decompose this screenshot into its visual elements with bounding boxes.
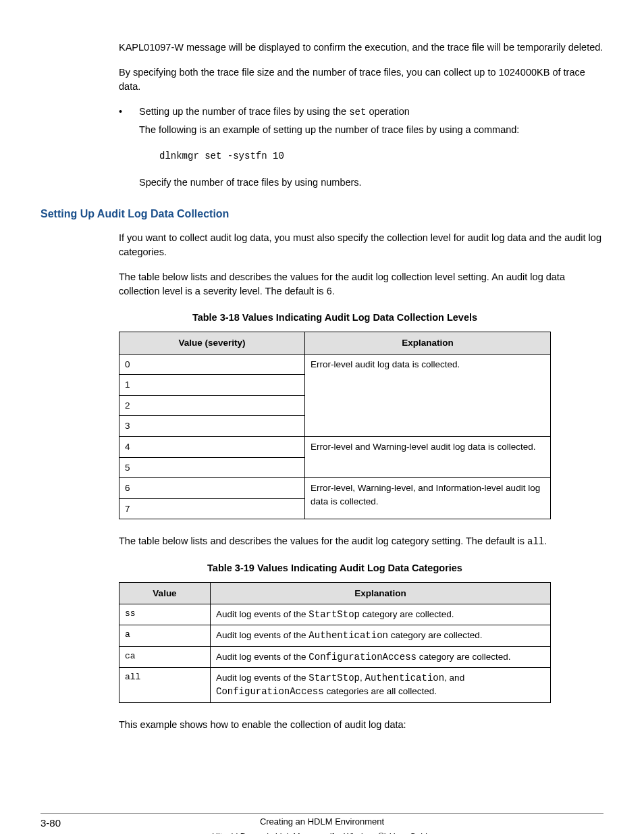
- table-header: Value: [119, 582, 211, 604]
- inline-code: ConfigurationAccess: [216, 686, 324, 697]
- text: category are collected.: [360, 609, 454, 619]
- table-cell: 2: [119, 395, 305, 416]
- page-footer: 3-80 Creating an HDLM Environment Hitach…: [41, 813, 603, 834]
- paragraph: KAPL01097-W message will be displayed to…: [119, 41, 603, 55]
- inline-code: Authentication: [365, 673, 444, 683]
- table-caption: Table 3-19 Values Indicating Audit Log D…: [119, 561, 551, 575]
- table-cell: 1: [119, 375, 305, 396]
- table-cell: Audit log events of the StartStop catego…: [211, 604, 551, 625]
- table-cell: a: [119, 625, 211, 646]
- table-cell: Audit log events of the StartStop, Authe…: [211, 668, 551, 703]
- inline-code: ConfigurationAccess: [308, 652, 417, 662]
- text: Audit log events of the: [216, 652, 308, 662]
- text: categories are all collected.: [324, 686, 437, 696]
- table-row: ss Audit log events of the StartStop cat…: [119, 604, 551, 625]
- bullet-line: Specify the number of trace files by usi…: [139, 176, 603, 190]
- table-header: Explanation: [305, 332, 551, 355]
- paragraph: By specifying both the trace file size a…: [119, 66, 603, 94]
- text: category are collected.: [417, 652, 511, 662]
- table-caption: Table 3-18 Values Indicating Audit Log D…: [119, 311, 551, 325]
- table-cell: 6: [119, 478, 305, 499]
- page-number: 3-80: [41, 816, 61, 831]
- section-heading: Setting Up Audit Log Data Collection: [41, 206, 603, 221]
- footer-title: Creating an HDLM Environment: [41, 816, 603, 829]
- text: , and: [444, 673, 464, 683]
- table-cell: Error-level audit log data is collected.: [305, 354, 551, 436]
- inline-code: StartStop: [308, 609, 360, 620]
- table-row: 6 Error-level, Warning-level, and Inform…: [119, 478, 551, 499]
- table-cell: ca: [119, 646, 211, 667]
- text: Audit log events of the: [216, 630, 308, 640]
- table-cell: ss: [119, 604, 211, 625]
- code-block: dlnkmgr set -systfn 10: [159, 149, 603, 163]
- table-cell: 7: [119, 498, 305, 519]
- text: .: [544, 536, 547, 546]
- text: operation: [366, 106, 410, 117]
- table-row: all Audit log events of the StartStop, A…: [119, 668, 551, 703]
- bullet-line: The following is an example of setting u…: [139, 123, 603, 137]
- table-header: Explanation: [211, 582, 551, 604]
- footer-subtitle: Hitachi Dynamic Link Manager (for Window…: [41, 831, 603, 834]
- table-row: ca Audit log events of the Configuration…: [119, 646, 551, 667]
- inline-code: StartStop: [308, 673, 360, 683]
- text: .: [332, 286, 335, 296]
- category-table: Value Explanation ss Audit log events of…: [119, 582, 551, 703]
- paragraph: The table below lists and describes the …: [119, 270, 603, 298]
- table-cell: Error-level, Warning-level, and Informat…: [305, 478, 551, 519]
- table-cell: all: [119, 668, 211, 703]
- inline-code: 6: [327, 286, 332, 297]
- table-cell: 0: [119, 354, 305, 375]
- table-cell: Audit log events of the Authentication c…: [211, 625, 551, 646]
- bullet-marker: •: [119, 105, 139, 190]
- text: category are collected.: [388, 630, 483, 640]
- inline-code: all: [527, 536, 544, 547]
- inline-code: set: [349, 107, 366, 118]
- bullet-line: Setting up the number of trace files by …: [139, 105, 603, 119]
- table-cell: 3: [119, 416, 305, 437]
- table-cell: 4: [119, 437, 305, 458]
- text: The table below lists and describes the …: [119, 536, 527, 546]
- text: The table below lists and describes the …: [119, 271, 565, 296]
- text: Audit log events of the: [216, 609, 308, 619]
- table-row: a Audit log events of the Authentication…: [119, 625, 551, 646]
- table-header: Value (severity): [119, 332, 305, 355]
- paragraph: If you want to collect audit log data, y…: [119, 231, 603, 259]
- paragraph: The table below lists and describes the …: [119, 534, 603, 548]
- table-cell: Audit log events of the ConfigurationAcc…: [211, 646, 551, 667]
- inline-code: Authentication: [308, 630, 388, 641]
- table-row: 4 Error-level and Warning-level audit lo…: [119, 437, 551, 458]
- bullet-item: • Setting up the number of trace files b…: [119, 105, 603, 190]
- severity-table: Value (severity) Explanation 0 Error-lev…: [119, 332, 551, 519]
- table-cell: Error-level and Warning-level audit log …: [305, 437, 551, 478]
- table-row: 0 Error-level audit log data is collecte…: [119, 354, 551, 375]
- paragraph: This example shows how to enable the col…: [119, 718, 603, 732]
- text: Setting up the number of trace files by …: [139, 106, 349, 117]
- text: Audit log events of the: [216, 673, 308, 683]
- table-cell: 5: [119, 457, 305, 478]
